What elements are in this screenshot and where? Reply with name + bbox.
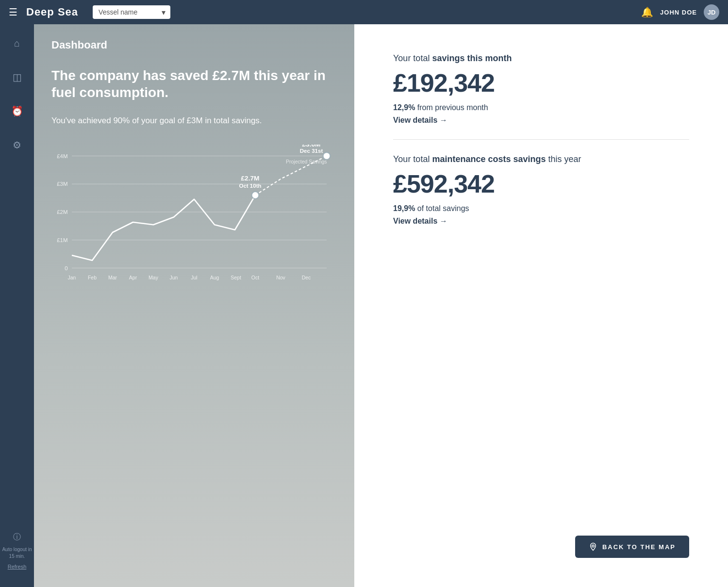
svg-text:Jan: Jan — [68, 274, 76, 280]
svg-text:£2M: £2M — [57, 209, 67, 215]
svg-text:£3M: £3M — [57, 181, 67, 187]
maintenance-savings-link[interactable]: View details → — [393, 217, 447, 225]
svg-text:0: 0 — [65, 265, 67, 271]
svg-text:Nov: Nov — [276, 274, 285, 280]
svg-text:£3.6M: £3.6M — [302, 145, 321, 148]
avatar: JD — [704, 4, 719, 20]
svg-text:Mar: Mar — [108, 274, 117, 280]
savings-chart: £4M £3M £2M £1M 0 Oct 10th £2.7M Dec 31 — [51, 145, 337, 300]
savings-this-month-label: Your total savings this month — [393, 53, 689, 64]
back-to-map-button[interactable]: BACK TO THE MAP — [575, 536, 689, 558]
svg-text:Jul: Jul — [191, 274, 197, 280]
app-brand: Deep Sea — [26, 6, 78, 18]
info-icon: ⓘ — [13, 532, 21, 542]
maintenance-savings-label: Your total maintenance costs savings thi… — [393, 154, 689, 164]
home-icon[interactable]: ⌂ — [10, 34, 24, 53]
svg-text:Oct: Oct — [251, 274, 259, 280]
sidebar-bottom: ⓘ Auto logout in 15 min. Refresh — [0, 532, 34, 577]
dashboard-title: Dashboard — [51, 39, 337, 51]
svg-text:Dec 31st: Dec 31st — [300, 148, 323, 154]
sidebar: ⌂ ◫ ⏰ ⚙ ⓘ Auto logout in 15 min. Refresh — [0, 24, 34, 587]
dashboard-panel: Dashboard The company has saved £2.7M th… — [34, 24, 354, 587]
maintenance-savings-change: 19,9% of total savings — [393, 204, 689, 213]
refresh-button[interactable]: Refresh — [8, 564, 27, 570]
bottom-row: BACK TO THE MAP — [393, 536, 689, 558]
svg-text:£1M: £1M — [57, 237, 67, 243]
maintenance-savings-card: Your total maintenance costs savings thi… — [393, 154, 689, 226]
savings-headline: The company has saved £2.7M this year in… — [51, 67, 337, 101]
main-layout: ⌂ ◫ ⏰ ⚙ ⓘ Auto logout in 15 min. Refresh… — [0, 24, 728, 587]
vessel-select[interactable]: Vessel name — [93, 5, 170, 19]
monitor-icon[interactable]: ◫ — [9, 67, 26, 87]
svg-text:Projected Savings: Projected Savings — [286, 159, 327, 164]
savings-this-month-amount: £192,342 — [393, 68, 689, 98]
back-to-map-label: BACK TO THE MAP — [602, 543, 676, 551]
username-label: JOHN DOE — [660, 9, 697, 16]
svg-text:Feb: Feb — [88, 274, 97, 280]
svg-point-10 — [252, 192, 259, 199]
location-pin-icon — [589, 542, 597, 551]
maintenance-savings-amount: £592,342 — [393, 169, 689, 198]
chart-area: £4M £3M £2M £1M 0 Oct 10th £2.7M Dec 31 — [51, 145, 337, 300]
svg-text:Aug: Aug — [210, 274, 219, 280]
savings-subtext: You've achieved 90% of your goal of £3M … — [51, 114, 337, 127]
svg-text:May: May — [149, 274, 159, 280]
svg-text:Jun: Jun — [170, 274, 178, 280]
divider — [393, 139, 689, 140]
svg-text:Sept: Sept — [231, 274, 241, 280]
top-navigation: ☰ Deep Sea Vessel name 🔔 JOHN DOE JD — [0, 0, 728, 24]
svg-point-29 — [592, 545, 595, 547]
topnav-right: 🔔 JOHN DOE JD — [641, 4, 719, 20]
settings-icon[interactable]: ⚙ — [9, 135, 25, 155]
svg-text:Dec: Dec — [302, 274, 311, 280]
svg-text:£2.7M: £2.7M — [241, 174, 260, 181]
svg-text:£4M: £4M — [57, 153, 67, 159]
savings-this-month-link[interactable]: View details → — [393, 116, 447, 124]
hamburger-menu-icon[interactable]: ☰ — [9, 6, 17, 18]
svg-text:Apr: Apr — [129, 274, 137, 280]
vessel-select-wrapper[interactable]: Vessel name — [93, 5, 170, 19]
notification-bell-icon[interactable]: 🔔 — [641, 6, 653, 18]
svg-text:Oct 10th: Oct 10th — [239, 182, 261, 188]
savings-this-month-change: 12,9% from previous month — [393, 103, 689, 112]
savings-this-month-card: Your total savings this month £192,342 1… — [393, 53, 689, 125]
alarm-icon[interactable]: ⏰ — [7, 101, 27, 121]
auto-logout-label: Auto logout in 15 min. — [0, 546, 34, 560]
right-panel: Your total savings this month £192,342 1… — [354, 24, 728, 587]
